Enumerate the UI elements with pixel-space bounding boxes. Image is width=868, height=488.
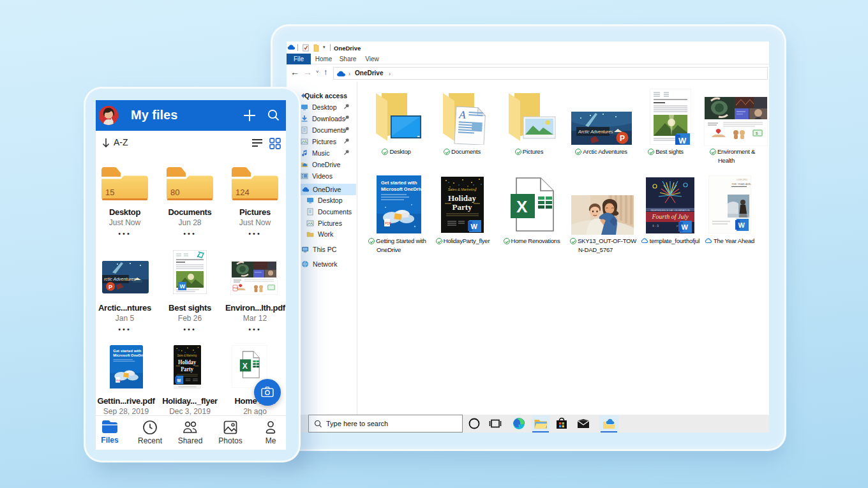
svg-text:A: A bbox=[458, 108, 467, 121]
svg-text:W: W bbox=[177, 378, 181, 383]
svg-text:W: W bbox=[738, 221, 745, 229]
svg-text:P: P bbox=[620, 134, 625, 143]
svg-text:W: W bbox=[180, 283, 186, 290]
svg-text:X: X bbox=[516, 197, 528, 216]
svg-text:rctic Adventures: rctic Adventures bbox=[104, 277, 136, 281]
svg-text:Fourth of July: Fourth of July bbox=[651, 213, 689, 220]
svg-text:Microsoft OneDrive: Microsoft OneDrive bbox=[381, 186, 421, 192]
svg-text:15: 15 bbox=[105, 188, 114, 197]
svg-text:INDEPENDENCE DAY CELEBRATION: INDEPENDENCE DAY CELEBRATION bbox=[650, 209, 690, 212]
svg-text:W: W bbox=[471, 223, 478, 230]
svg-text:W: W bbox=[682, 223, 689, 231]
svg-text:Get started with: Get started with bbox=[381, 180, 417, 186]
svg-text:Party: Party bbox=[452, 202, 472, 212]
svg-text:124: 124 bbox=[236, 188, 250, 197]
svg-text:Arctic Adventures: Arctic Adventures bbox=[578, 129, 613, 134]
svg-text:PDF: PDF bbox=[116, 379, 121, 382]
svg-text:THE YEAR AHEAD: THE YEAR AHEAD bbox=[731, 182, 751, 186]
svg-text:Get started with: Get started with bbox=[113, 349, 141, 353]
svg-text:W: W bbox=[678, 136, 687, 145]
svg-text:OXFORD: OXFORD bbox=[737, 178, 747, 181]
svg-text:4 - 9: 4 - 9 bbox=[652, 224, 659, 228]
svg-text:Sales & Marketing: Sales & Marketing bbox=[177, 353, 197, 357]
svg-text:Microsoft OneDrive: Microsoft OneDrive bbox=[113, 353, 143, 357]
svg-text:Sales & Marketing: Sales & Marketing bbox=[448, 188, 477, 191]
svg-text:P: P bbox=[108, 284, 112, 290]
svg-text:PDF: PDF bbox=[234, 286, 239, 290]
svg-text:80: 80 bbox=[170, 188, 179, 197]
svg-text:Holiday: Holiday bbox=[448, 193, 477, 203]
svg-text:Party: Party bbox=[181, 366, 193, 373]
svg-text:PDF: PDF bbox=[385, 221, 391, 225]
svg-text:Holiday: Holiday bbox=[178, 359, 197, 366]
svg-text:X: X bbox=[243, 362, 248, 371]
